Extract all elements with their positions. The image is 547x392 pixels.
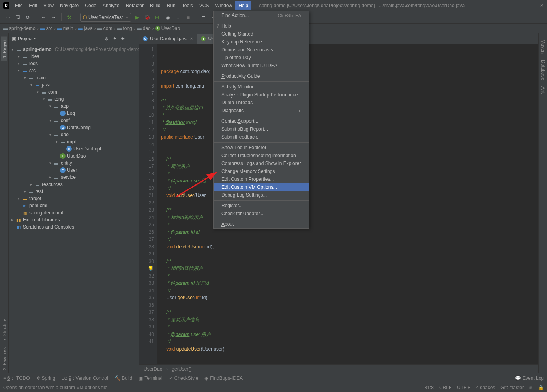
menu-help[interactable]: Help	[235, 1, 251, 10]
menu-check-updates[interactable]: Check for Updates...	[214, 210, 309, 218]
menu-vcs[interactable]: VCS	[196, 1, 212, 10]
menu-tools[interactable]: Tools	[179, 1, 196, 10]
menu-find-action[interactable]: Find Action...Ctrl+Shift+A	[214, 11, 309, 19]
left-tab-favorites[interactable]: 2: Favorites	[1, 344, 7, 373]
gear-icon[interactable]: ✸	[120, 36, 126, 41]
menu-edit[interactable]: Edit	[26, 1, 40, 10]
bc-item[interactable]: ▬ main	[57, 26, 73, 31]
close-icon[interactable]: ✕	[540, 3, 544, 8]
class-icon: C	[143, 36, 148, 41]
run-configuration-selector[interactable]: ⬡ UserServiceTest ▾	[80, 13, 131, 22]
lock-icon[interactable]: 🔒	[538, 385, 544, 390]
tool-checkstyle[interactable]: ✓ CheckStyle	[169, 375, 199, 381]
editor-tab[interactable]: C UserDaoImpl.java ×	[139, 34, 197, 44]
menu-build[interactable]: Build	[147, 1, 164, 10]
menu-contact-support[interactable]: Contact Support...	[214, 117, 309, 125]
run-icon[interactable]: ▶	[133, 13, 141, 22]
tool-version-control[interactable]: ⎇ 9: Version Control	[62, 375, 108, 381]
status-git-branch[interactable]: Git: master	[500, 385, 524, 390]
bc-item[interactable]: ▬ com	[97, 26, 112, 31]
folder-icon: ▬	[97, 26, 102, 31]
menu-run[interactable]: Run	[164, 1, 179, 10]
menu-getting-started[interactable]: Getting Started	[214, 30, 309, 38]
menu-register[interactable]: Register...	[214, 202, 309, 210]
menu-help-item[interactable]: ?Help	[214, 22, 309, 30]
menu-file[interactable]: File	[12, 1, 26, 10]
status-indent[interactable]: 4 spaces	[476, 385, 495, 390]
project-panel-title[interactable]: ▣ Project ▾	[12, 36, 36, 41]
tool-eventlog[interactable]: 💬 Event Log	[515, 375, 544, 381]
menu-edit-properties[interactable]: Edit Custom Properties...	[214, 175, 309, 183]
open-file-icon[interactable]: 🗁	[3, 13, 12, 22]
menu-activity-monitor[interactable]: Activity Monitor...	[214, 83, 309, 91]
sync-icon[interactable]: ⟳	[24, 13, 32, 22]
menu-keymap-reference[interactable]: Keymap Reference	[214, 38, 309, 46]
save-all-icon[interactable]: 🖫	[13, 13, 22, 22]
folder-icon: ▬	[54, 160, 59, 166]
menu-submit-bug[interactable]: Submit a Bug Report...	[214, 125, 309, 133]
left-tab-project[interactable]: 1: Project	[1, 36, 7, 61]
bc-item[interactable]: ▬ spring-demo	[3, 26, 36, 31]
bc-item[interactable]: ▬ dao	[137, 26, 151, 31]
status-notifications-icon[interactable]: ⧈	[529, 385, 532, 390]
folder-icon: ▬	[47, 96, 53, 102]
tool-todo[interactable]: ≡ 6: TODO	[3, 375, 30, 381]
tool-terminal[interactable]: ▣ Terminal	[139, 375, 162, 381]
evaluate-icon[interactable]: ≣	[199, 13, 208, 22]
status-line-ending[interactable]: CRLF	[439, 385, 451, 390]
menu-productivity-guide[interactable]: Productivity Guide	[214, 72, 309, 80]
hide-icon[interactable]: —	[128, 36, 135, 41]
menu-analyze-plugin[interactable]: Analyze Plugin Startup Performance	[214, 91, 309, 99]
menu-analyze[interactable]: Analyze	[99, 1, 123, 10]
menu-debug-log[interactable]: Debug Log Settings...	[214, 191, 309, 199]
tool-build[interactable]: 🔨 Build	[114, 375, 133, 381]
menu-edit-vm-options[interactable]: Edit Custom VM Options...	[214, 183, 309, 191]
tool-findbugs[interactable]: ◉ FindBugs-IDEA	[204, 375, 243, 381]
menu-refactor[interactable]: Refactor	[123, 1, 147, 10]
maximize-icon[interactable]: ☐	[529, 3, 534, 8]
breadcrumb-method[interactable]: getUser()	[172, 366, 191, 372]
stop-icon[interactable]: ■	[184, 13, 193, 22]
menu-demos[interactable]: Demos and Screencasts	[214, 46, 309, 54]
left-tab-structure[interactable]: 7: Structure	[1, 315, 7, 344]
bc-item[interactable]: ▬ tong	[117, 26, 132, 31]
bc-item[interactable]: I UserDao	[155, 26, 180, 31]
tool-spring[interactable]: ✲ Spring	[36, 375, 56, 381]
coverage-icon[interactable]: ⛨	[153, 13, 162, 22]
menu-whats-new[interactable]: What's New in IntelliJ IDEA	[214, 62, 309, 69]
project-tree[interactable]: ▾▬spring-demoC:\Users\tongl\IdeaProjects…	[9, 44, 139, 373]
menu-collect-ts[interactable]: Collect Troubleshooting Information	[214, 152, 309, 159]
menu-dump-threads[interactable]: Dump Threads	[214, 99, 309, 107]
forward-icon[interactable]: →	[49, 13, 58, 22]
attach-icon[interactable]: ⤓	[174, 13, 182, 22]
close-tab-icon[interactable]: ×	[190, 36, 193, 41]
bc-item[interactable]: ▬ java	[78, 26, 93, 31]
build-icon[interactable]: ⚒	[65, 13, 73, 22]
expand-all-icon[interactable]: ÷	[112, 36, 117, 41]
menu-about[interactable]: About	[214, 220, 309, 228]
menu-show-log[interactable]: Show Log in Explorer	[214, 144, 309, 152]
menu-submit-feedback[interactable]: Submit Feedback...	[214, 133, 309, 141]
menu-view[interactable]: View	[40, 1, 57, 10]
right-tab-database[interactable]: Database	[540, 57, 547, 83]
breadcrumb-class[interactable]: UserDao	[144, 366, 162, 372]
menu-window[interactable]: Window	[212, 1, 235, 10]
intention-bulb-icon[interactable]: 💡	[148, 265, 154, 272]
profile-icon[interactable]: ◉	[163, 13, 172, 22]
status-encoding[interactable]: UTF-8	[457, 385, 470, 390]
menu-diagnostic[interactable]: Diagnostic▸	[214, 107, 309, 114]
menu-navigate[interactable]: Navigate	[57, 1, 82, 10]
right-tab-ant[interactable]: Ant	[540, 83, 547, 97]
status-caret-pos[interactable]: 31:8	[425, 385, 434, 390]
minimize-icon[interactable]: —	[518, 3, 523, 8]
menu-change-memory[interactable]: Change Memory Settings	[214, 167, 309, 175]
select-opened-file-icon[interactable]: ⊕	[103, 36, 110, 41]
right-tab-maven[interactable]: Maven	[540, 36, 547, 57]
editor-body[interactable]: 1234567891011121314151617181920212223242…	[139, 44, 538, 364]
debug-icon[interactable]: 🐞	[143, 13, 152, 22]
menu-code[interactable]: Code	[82, 1, 99, 10]
menu-tip-of-day[interactable]: Tip of the Day	[214, 54, 309, 62]
menu-compress-logs[interactable]: Compress Logs and Show in Explorer	[214, 159, 309, 167]
back-icon[interactable]: ←	[39, 13, 48, 22]
bc-item[interactable]: ▬ src	[40, 26, 52, 31]
